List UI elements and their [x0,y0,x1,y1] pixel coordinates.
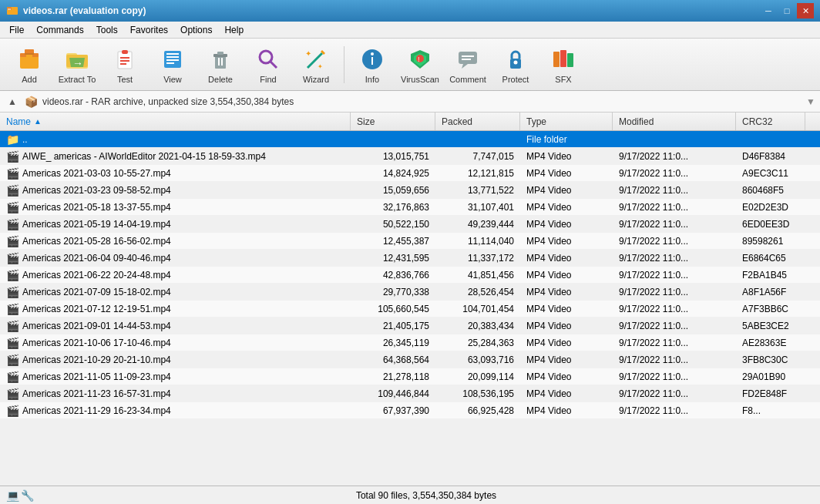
toolbar-btn-protect[interactable]: Protect [492,42,539,87]
svg-rect-19 [166,53,179,55]
file-modified-cell: 9/17/2022 11:0... [613,334,736,351]
file-crc-cell: F2BA1B45 [736,267,805,283]
menu-item-commands[interactable]: Commands [30,22,89,38]
menu-item-help[interactable]: Help [218,22,250,38]
file-type-cell: MP4 Video [520,182,613,198]
file-crc-cell: 6ED0EE3D [736,216,805,232]
col-header-packed[interactable]: Packed [435,113,520,130]
table-row[interactable]: 🎬Americas 2021-11-23 16-57-31.mp4109,446… [0,385,820,402]
svg-point-46 [514,60,518,64]
file-name-text: Americas 2021-07-12 12-19-51.mp4 [22,304,171,314]
toolbar-btn-sfx[interactable]: SFX [540,42,586,87]
table-row[interactable]: 🎬Americas 2021-05-28 16-56-02.mp412,455,… [0,233,820,250]
table-row[interactable]: 🎬Americas 2021-03-03 10-55-27.mp414,824,… [0,165,820,182]
toolbar-btn-comment[interactable]: Comment [445,42,491,87]
table-row[interactable]: 🎬Americas 2021-11-29 16-23-34.mp467,937,… [0,402,820,419]
window-controls: ─ □ ✕ [760,3,814,18]
window-title: videos.rar (evaluation copy) [23,5,760,16]
file-size-cell [351,131,435,147]
video-icon: 🎬 [6,235,19,247]
svg-rect-47 [553,52,560,67]
status-icon-1[interactable]: 💻 [6,489,19,502]
toolbar-btn-delete[interactable]: Delete [197,42,244,87]
table-row[interactable]: 🎬Americas 2021-03-23 09-58-52.mp415,059,… [0,182,820,199]
file-name-text: Americas 2021-05-19 14-04-19.mp4 [22,219,171,230]
svg-rect-21 [166,59,179,61]
toolbar-btn-wizard[interactable]: ✦✦Wizard [293,42,339,87]
table-row[interactable]: 📁..File folder [0,131,820,148]
minimize-button[interactable]: ─ [760,3,777,18]
menu-item-tools[interactable]: Tools [90,22,124,38]
col-header-size[interactable]: Size [351,113,435,130]
menu-item-file[interactable]: File [3,22,30,38]
table-row[interactable]: 🎬Americas 2021-07-12 12-19-51.mp4105,660… [0,301,820,318]
table-row[interactable]: 🎬Americas 2021-07-09 15-18-02.mp429,770,… [0,284,820,301]
file-name-text: Americas 2021-05-18 13-37-55.mp4 [22,202,171,213]
status-icon-2[interactable]: 🔧 [21,489,34,502]
dropdown-arrow[interactable]: ▼ [806,96,815,107]
toolbar-btn-virusscan[interactable]: !VirusScan [397,42,443,87]
file-crc-cell: 3FB8C30C [736,351,805,368]
toolbar-btn-info[interactable]: Info [349,42,395,87]
file-name-text: Americas 2021-03-03 10-55-27.mp4 [22,168,171,179]
file-modified-cell: 9/17/2022 11:0... [613,148,736,164]
file-type-cell: MP4 Video [520,368,613,385]
toolbar-btn-label-delete: Delete [208,75,233,84]
table-row[interactable]: 🎬Americas 2021-06-04 09-40-46.mp412,431,… [0,250,820,267]
table-row[interactable]: 🎬Americas 2021-11-05 11-09-23.mp421,278,… [0,368,820,385]
file-name-cell: 🎬Americas 2021-11-29 16-23-34.mp4 [0,402,351,418]
toolbar-btn-view[interactable]: View [150,42,196,87]
file-name-cell: 🎬Americas 2021-07-09 15-18-02.mp4 [0,284,351,300]
table-row[interactable]: 🎬Americas 2021-05-19 14-04-19.mp450,522,… [0,216,820,233]
table-row[interactable]: 🎬Americas 2021-06-22 20-24-48.mp442,836,… [0,267,820,284]
table-row[interactable]: 🎬AIWE_ americas - AIWorldEditor 2021-04-… [0,148,820,165]
file-modified-cell: 9/17/2022 11:0... [613,233,736,249]
col-header-modified[interactable]: Modified [613,113,736,130]
svg-rect-15 [120,57,129,59]
toolbar-separator-1 [344,46,344,83]
toolbar-btn-label-extract: Extract To [59,75,96,84]
video-icon: 🎬 [6,201,19,213]
file-modified-cell: 9/17/2022 11:0... [613,385,736,402]
toolbar-btn-label-test: Test [117,75,133,84]
back-button[interactable]: ▲ [5,94,20,109]
comment-icon [454,45,482,73]
toolbar-btn-test[interactable]: Test [102,42,148,87]
maximize-button[interactable]: □ [778,3,795,18]
file-size-cell: 12,431,595 [351,250,435,266]
toolbar-btn-extract[interactable]: →Extract To [54,42,100,87]
toolbar-btn-label-protect: Protect [502,75,529,84]
video-icon: 🎬 [6,150,19,163]
svg-rect-25 [217,52,223,55]
svg-rect-14 [122,50,128,54]
file-name-cell: 🎬Americas 2021-05-19 14-04-19.mp4 [0,216,351,232]
file-type-cell: MP4 Video [520,250,613,266]
col-header-crc32[interactable]: CRC32 [736,113,805,130]
table-row[interactable]: 🎬Americas 2021-10-06 17-10-46.mp426,345,… [0,334,820,351]
toolbar-btn-find[interactable]: Find [245,42,291,87]
sfx-icon [549,45,577,73]
file-crc-cell: A7F3BB6C [736,301,805,317]
extract-icon: → [63,45,91,73]
video-icon: 🎬 [6,286,19,298]
file-name-text: Americas 2021-11-23 16-57-31.mp4 [22,388,171,399]
table-row[interactable]: 🎬Americas 2021-10-29 20-21-10.mp464,368,… [0,351,820,368]
file-packed-cell: 11,337,172 [435,250,520,266]
file-crc-cell: AE28363E [736,334,805,351]
file-modified-cell: 9/17/2022 11:0... [613,368,736,385]
file-packed-cell: 49,239,444 [435,216,520,232]
col-header-name[interactable]: Name▲ [0,113,351,130]
file-list[interactable]: 📁..File folder🎬AIWE_ americas - AIWorldE… [0,131,820,486]
file-packed-cell: 66,925,428 [435,402,520,418]
col-header-type[interactable]: Type [520,113,613,130]
close-button[interactable]: ✕ [797,3,814,18]
file-name-text: Americas 2021-10-06 17-10-46.mp4 [22,338,171,348]
file-size-cell: 21,405,175 [351,318,435,334]
menu-item-favorites[interactable]: Favorites [124,22,174,38]
file-packed-cell: 28,526,454 [435,284,520,300]
table-row[interactable]: 🎬Americas 2021-09-01 14-44-53.mp421,405,… [0,318,820,334]
file-name-cell: 🎬Americas 2021-10-06 17-10-46.mp4 [0,334,351,351]
toolbar-btn-add[interactable]: Add [6,42,52,87]
menu-item-options[interactable]: Options [174,22,218,38]
table-row[interactable]: 🎬Americas 2021-05-18 13-37-55.mp432,176,… [0,199,820,216]
